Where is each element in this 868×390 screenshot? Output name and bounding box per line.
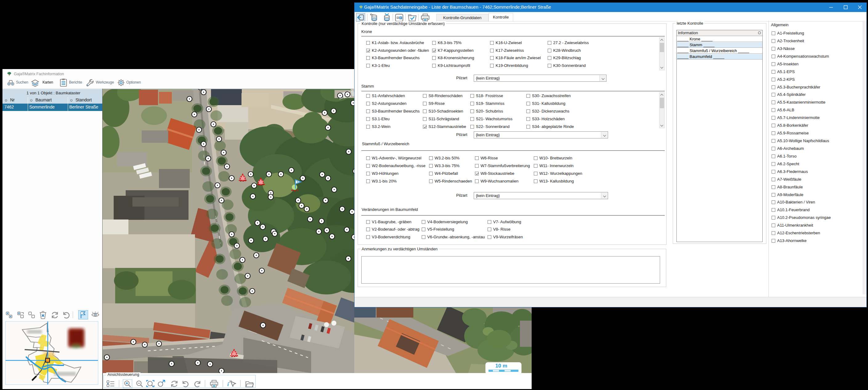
svg-text:i: i [227, 381, 229, 387]
